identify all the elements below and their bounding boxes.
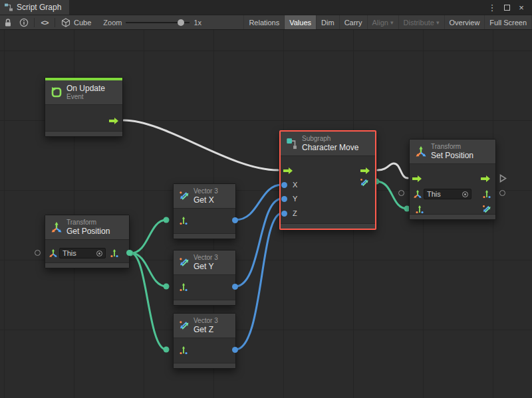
port-control-out[interactable]	[481, 175, 490, 182]
relations-label: Relations	[249, 19, 279, 27]
maximize-icon	[504, 5, 510, 11]
port-z-label: Z	[293, 209, 297, 217]
edit-source-button[interactable]: <>	[37, 15, 53, 29]
on-update-loop-icon	[51, 86, 63, 98]
port-control-out[interactable]	[360, 167, 370, 174]
node-footer	[281, 223, 375, 229]
port-value-out[interactable]	[126, 250, 132, 256]
node-footer	[174, 300, 235, 305]
lock-button[interactable]	[0, 15, 16, 29]
this-field[interactable]: This	[59, 248, 106, 258]
node-category: Transform	[66, 219, 110, 227]
wire-gety-to-charactermove	[235, 199, 282, 286]
wire-endpoint	[164, 284, 170, 290]
window-close-button[interactable]: ×	[515, 1, 528, 14]
port-z-out[interactable]	[232, 347, 238, 353]
port-x-in[interactable]	[281, 182, 287, 188]
node-header: Subgraph Character Move	[281, 132, 375, 156]
node-header: Vector 3 Get X	[174, 184, 235, 209]
node-title: Get Y	[194, 262, 218, 271]
node-title: Character Move	[302, 143, 358, 152]
tab-script-graph[interactable]: Script Graph	[0, 0, 69, 15]
vector3-type-icon	[360, 178, 369, 187]
vector3-type-icon	[179, 282, 188, 292]
dim-button[interactable]: Dim	[316, 15, 339, 29]
node-set-position[interactable]: Transform Set Position This	[409, 139, 496, 220]
node-title: Set Position	[431, 151, 473, 160]
object-picker-icon[interactable]	[462, 191, 468, 197]
overview-button[interactable]: Overview	[444, 15, 485, 29]
graph-owner[interactable]: Cube	[61, 18, 91, 27]
full-screen-label: Full Screen	[489, 19, 527, 27]
transform-type-icon	[413, 189, 422, 199]
node-get-y[interactable]: Vector 3 Get Y	[173, 250, 236, 306]
dim-label: Dim	[321, 19, 334, 27]
wire-getposition-to-getx	[131, 220, 166, 253]
transform-icon	[415, 146, 427, 157]
object-picker-icon[interactable]	[96, 250, 102, 256]
node-get-position[interactable]: Transform Get Position This	[45, 215, 130, 268]
wire-endpoint	[164, 347, 170, 353]
carry-button[interactable]: Carry	[339, 15, 367, 29]
zoom-label: Zoom	[103, 19, 122, 27]
node-header: On Update Event	[45, 78, 122, 105]
node-footer	[174, 233, 235, 239]
this-value: This	[63, 249, 76, 257]
node-header: Transform Set Position	[410, 140, 495, 164]
zoom-slider[interactable]	[126, 18, 190, 27]
lock-icon	[3, 18, 13, 27]
vector3-type-icon	[179, 216, 188, 225]
node-footer	[410, 214, 495, 219]
port-z-in[interactable]	[281, 211, 287, 217]
node-category: Transform	[431, 143, 473, 151]
window-maximize-button[interactable]	[500, 1, 513, 14]
node-character-move[interactable]: Subgraph Character Move X Y Z	[279, 130, 376, 230]
window-controls: ⋮ ×	[485, 1, 532, 14]
relations-button[interactable]: Relations	[243, 15, 284, 29]
vector3-type-icon	[179, 346, 188, 355]
node-title: Get Z	[194, 325, 218, 334]
wire-getz-to-charactermove	[235, 213, 282, 349]
port-setposition-this-unconnected[interactable]	[398, 190, 404, 196]
wire-onupdate-to-charactermove	[124, 120, 278, 170]
align-button[interactable]: Align ▾	[367, 15, 398, 29]
node-on-update[interactable]: On Update Event	[45, 77, 123, 137]
port-y-in[interactable]	[281, 196, 287, 202]
zoom-value: 1x	[194, 19, 201, 27]
node-get-x[interactable]: Vector 3 Get X	[173, 183, 236, 239]
port-y-out[interactable]	[232, 284, 238, 290]
toolbar-separator	[34, 18, 35, 27]
chevron-down-icon: ▾	[436, 19, 440, 26]
node-footer	[45, 131, 122, 136]
node-category: Vector 3	[194, 254, 218, 262]
port-setposition-transform-out-unconnected[interactable]	[499, 190, 505, 196]
chevron-down-icon: ▾	[390, 19, 394, 26]
window-menu-button[interactable]: ⋮	[485, 1, 499, 14]
vector3-icon	[179, 191, 190, 201]
transform-type-icon	[49, 249, 58, 258]
port-getposition-this-unconnected[interactable]	[35, 250, 41, 256]
node-category: Subgraph	[302, 135, 358, 143]
script-graph-icon	[4, 3, 13, 12]
toolbar-separator	[55, 18, 55, 27]
node-header: Transform Get Position	[45, 215, 129, 240]
this-field[interactable]: This	[424, 189, 471, 199]
port-control-in[interactable]	[283, 167, 293, 174]
port-control-out[interactable]	[109, 118, 118, 124]
align-label: Align	[372, 19, 388, 27]
full-screen-button[interactable]: Full Screen	[484, 15, 532, 29]
script-graph-window: Script Graph ⋮ × <> Cube Zoom 1x	[0, 0, 532, 398]
overview-label: Overview	[450, 19, 480, 27]
zoom-slider-handle[interactable]	[178, 19, 184, 26]
port-setposition-control-out-unconnected[interactable]	[499, 174, 507, 183]
node-get-z[interactable]: Vector 3 Get Z	[173, 313, 236, 369]
node-header: Vector 3 Get Z	[174, 314, 235, 338]
distribute-button[interactable]: Distribute ▾	[398, 15, 444, 29]
info-button[interactable]	[16, 15, 32, 29]
port-control-in[interactable]	[412, 175, 422, 182]
event-accent-bar	[45, 78, 122, 80]
port-x-out[interactable]	[232, 217, 238, 223]
graph-owner-label: Cube	[74, 19, 91, 27]
graph-canvas[interactable]: On Update Event Transform Get Position T…	[0, 30, 532, 398]
values-button[interactable]: Values	[284, 15, 316, 29]
